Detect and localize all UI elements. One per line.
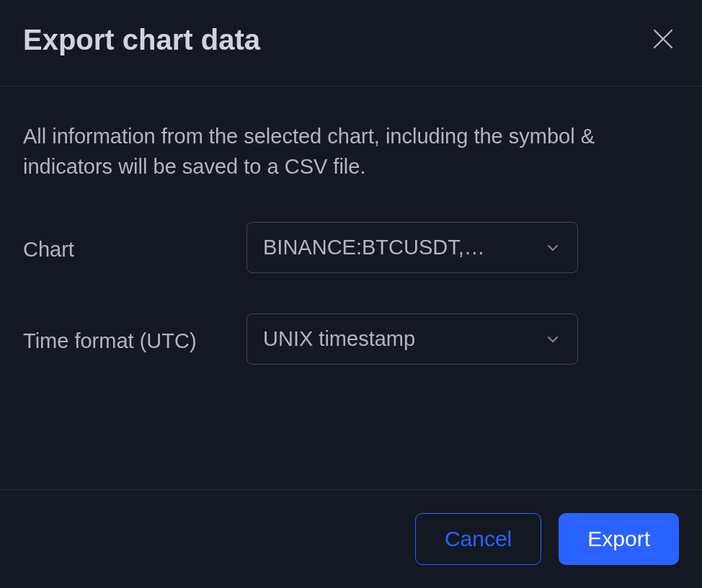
time-format-field-row: Time format (UTC) UNIX timestamp bbox=[23, 313, 679, 365]
chart-select[interactable]: BINANCE:BTCUSDT,… bbox=[246, 222, 578, 273]
dialog-title: Export chart data bbox=[23, 24, 260, 56]
chart-select-value: BINANCE:BTCUSDT,… bbox=[263, 236, 485, 259]
chevron-down-icon bbox=[544, 239, 561, 257]
chart-field-row: Chart BINANCE:BTCUSDT,… bbox=[23, 222, 679, 273]
time-format-select[interactable]: UNIX timestamp bbox=[246, 313, 578, 365]
chevron-down-icon bbox=[544, 331, 561, 348]
cancel-button[interactable]: Cancel bbox=[415, 513, 541, 565]
time-format-field-label: Time format (UTC) bbox=[23, 313, 246, 356]
close-button[interactable] bbox=[647, 23, 679, 57]
dialog-header: Export chart data bbox=[0, 0, 702, 86]
chart-field-label: Chart bbox=[23, 222, 246, 264]
dialog-body: All information from the selected chart,… bbox=[0, 86, 702, 489]
time-format-select-value: UNIX timestamp bbox=[263, 327, 415, 351]
dialog-description: All information from the selected chart,… bbox=[23, 121, 679, 182]
export-chart-data-dialog: Export chart data All information from t… bbox=[0, 0, 702, 588]
export-button[interactable]: Export bbox=[559, 513, 679, 565]
close-icon bbox=[650, 26, 676, 54]
dialog-footer: Cancel Export bbox=[0, 489, 702, 588]
